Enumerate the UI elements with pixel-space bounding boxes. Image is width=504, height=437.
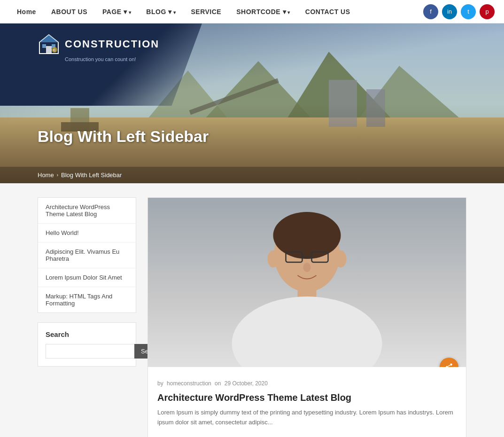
nav-item-contact[interactable]: CONTACT US bbox=[298, 1, 358, 22]
logo: C CONSTRUCTION bbox=[38, 33, 159, 55]
recent-post-item[interactable]: Hello World! bbox=[38, 224, 136, 242]
svg-marker-3 bbox=[282, 52, 399, 127]
logo-area: C CONSTRUCTION Construction you can coun… bbox=[38, 33, 159, 62]
svg-point-31 bbox=[446, 366, 448, 367]
nav-link-page[interactable]: PAGE ▾ bbox=[95, 1, 139, 22]
nav-link-service[interactable]: SERVICE bbox=[183, 1, 229, 22]
svg-rect-8 bbox=[189, 78, 279, 115]
recent-post-item[interactable]: Architecture WordPress Theme Latest Blog bbox=[38, 198, 136, 224]
post-meta: by homeconstruction on 29 October, 2020 bbox=[148, 367, 466, 390]
social-icons-area: f in t p bbox=[423, 4, 495, 19]
nav-link-contact[interactable]: CONTACT US bbox=[298, 1, 358, 22]
breadcrumb-separator: › bbox=[57, 172, 58, 178]
nav-item-blog[interactable]: BLOG ▾ bbox=[139, 1, 183, 22]
svg-point-29 bbox=[335, 250, 347, 267]
svg-rect-10 bbox=[366, 89, 385, 127]
post-date: 29 October, 2020 bbox=[225, 380, 268, 387]
blog-area: by homeconstruction on 29 October, 2020 … bbox=[147, 197, 466, 437]
logo-tagline: Construction you can count on! bbox=[65, 56, 136, 62]
svg-line-34 bbox=[448, 365, 450, 367]
linkedin-icon[interactable]: in bbox=[442, 4, 457, 19]
nav-link-shortcode[interactable]: SHORTCODE ▾ bbox=[229, 1, 298, 22]
svg-point-28 bbox=[268, 250, 279, 267]
post-author-prefix: by bbox=[157, 380, 163, 387]
svg-rect-13 bbox=[46, 46, 52, 54]
svg-rect-9 bbox=[329, 80, 357, 127]
svg-point-27 bbox=[303, 263, 311, 272]
post-image-area bbox=[148, 198, 466, 367]
search-input[interactable] bbox=[46, 344, 134, 359]
svg-marker-12 bbox=[39, 35, 58, 42]
twitter-icon[interactable]: t bbox=[461, 4, 476, 19]
breadcrumb: Home › Blog With Left Sidebar bbox=[38, 172, 466, 179]
nav-item-home[interactable]: Home bbox=[9, 1, 44, 22]
svg-point-30 bbox=[450, 364, 452, 366]
nav-item-page[interactable]: PAGE ▾ bbox=[95, 1, 139, 22]
nav-menu: Home ABOUT US PAGE ▾ BLOG ▾ SERVICE SHOR… bbox=[9, 1, 358, 22]
svg-marker-4 bbox=[352, 66, 470, 127]
sidebar: Architecture WordPress Theme Latest Blog… bbox=[38, 197, 136, 437]
navbar: Home ABOUT US PAGE ▾ BLOG ▾ SERVICE SHOR… bbox=[0, 0, 504, 23]
hero-title: Blog With Left Sidebar bbox=[38, 127, 209, 146]
svg-point-21 bbox=[273, 212, 341, 259]
recent-post-item[interactable]: Markup: HTML Tags And Formatting bbox=[38, 287, 136, 312]
svg-text:C: C bbox=[53, 48, 56, 52]
recent-post-item[interactable]: Lorem Ipsum Dolor Sit Amet bbox=[38, 268, 136, 287]
blog-post-card: by homeconstruction on 29 October, 2020 … bbox=[147, 197, 466, 437]
search-widget: Search Search bbox=[38, 322, 136, 367]
nav-link-home[interactable]: Home bbox=[9, 1, 44, 22]
post-image bbox=[148, 198, 466, 367]
nav-link-about[interactable]: ABOUT US bbox=[44, 1, 95, 22]
site-header: C CONSTRUCTION Construction you can coun… bbox=[0, 23, 504, 183]
svg-marker-2 bbox=[197, 61, 319, 127]
breadcrumb-current: Blog With Left Sidebar bbox=[61, 172, 122, 179]
logo-name: CONSTRUCTION bbox=[65, 38, 159, 50]
post-on-label: on bbox=[215, 380, 221, 387]
recent-posts-list: Architecture WordPress Theme Latest Blog… bbox=[38, 198, 136, 312]
logo-icon: C bbox=[38, 33, 60, 55]
share-icon bbox=[445, 363, 453, 367]
nav-item-about[interactable]: ABOUT US bbox=[44, 1, 95, 22]
search-widget-title: Search bbox=[46, 330, 128, 338]
recent-posts-widget: Architecture WordPress Theme Latest Blog… bbox=[38, 197, 136, 313]
hero-title-area: Blog With Left Sidebar bbox=[38, 127, 209, 146]
nav-item-shortcode[interactable]: SHORTCODE ▾ bbox=[229, 1, 298, 22]
post-excerpt: Lorem Ipsum is simply dummy text of the … bbox=[148, 408, 466, 437]
search-form: Search bbox=[46, 344, 128, 359]
pinterest-icon[interactable]: p bbox=[480, 4, 495, 19]
breadcrumb-home-link[interactable]: Home bbox=[38, 172, 54, 179]
post-author: homeconstruction bbox=[167, 380, 211, 387]
nav-item-service[interactable]: SERVICE bbox=[183, 1, 229, 22]
post-title: Architecture WordPress Theme Latest Blog bbox=[148, 390, 466, 408]
nav-link-blog[interactable]: BLOG ▾ bbox=[139, 1, 183, 22]
svg-rect-14 bbox=[42, 44, 46, 48]
recent-post-item[interactable]: Adipiscing Elit. Vivamus Eu Pharetra bbox=[38, 242, 136, 268]
breadcrumb-bar: Home › Blog With Left Sidebar bbox=[0, 167, 504, 183]
main-content: Architecture WordPress Theme Latest Blog… bbox=[0, 183, 504, 437]
facebook-icon[interactable]: f bbox=[423, 4, 438, 19]
